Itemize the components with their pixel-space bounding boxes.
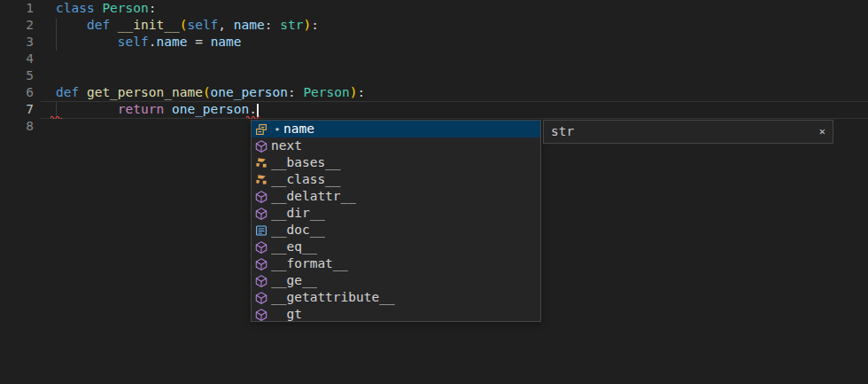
code-token: :	[358, 85, 366, 99]
code-editor: 12345678 class Person: def __init__(self…	[0, 0, 868, 384]
code-token: .	[149, 35, 157, 49]
code-token: name	[211, 35, 242, 49]
suggestion-item[interactable]: __getattribute__	[252, 289, 540, 306]
code-token	[56, 102, 118, 116]
code-token: one_person	[211, 85, 288, 99]
text-icon	[254, 223, 268, 238]
suggestion-label: __class__	[271, 171, 341, 188]
code-line: def get_person_name(one_person: Person):	[56, 84, 365, 101]
code-token: return	[118, 102, 172, 116]
suggestion-item[interactable]: __eq__	[252, 239, 540, 255]
error-squiggle	[246, 114, 260, 119]
method-icon	[254, 190, 268, 204]
suggestion-item[interactable]: __class__	[252, 171, 540, 188]
suggestion-label: __eq__	[271, 239, 317, 255]
code-token: )	[350, 85, 358, 99]
code-token: def	[87, 18, 118, 32]
error-squiggle	[50, 114, 62, 119]
suggestion-item[interactable]: __bases__	[252, 154, 540, 171]
suggestion-label: __delattr__	[271, 188, 356, 205]
code-token: :	[265, 18, 280, 32]
line-number: 3	[0, 34, 34, 51]
code-token	[56, 35, 118, 49]
suggestion-item[interactable]: ★name	[252, 121, 540, 137]
line-number: 1	[0, 0, 34, 17]
suggestion-item[interactable]: __doc__	[252, 222, 540, 239]
line-number: 2	[0, 17, 34, 34]
suggest-docs-panel: str ✕	[543, 120, 833, 144]
method-icon	[254, 139, 268, 153]
line-number: 5	[0, 67, 34, 84]
method-icon	[254, 308, 268, 322]
line-number: 4	[0, 51, 34, 67]
code-token: =	[187, 35, 210, 49]
code-token: self	[187, 18, 218, 32]
code-token: name	[234, 18, 265, 32]
suggestion-item[interactable]: __dir__	[252, 205, 540, 222]
code-token: Person	[102, 1, 148, 15]
code-token: (	[203, 85, 211, 99]
code-token	[56, 18, 87, 32]
line-number: 7	[0, 101, 34, 118]
method-icon	[254, 240, 268, 255]
code-line: def __init__(self, name: str):	[56, 17, 319, 34]
close-icon[interactable]: ✕	[819, 121, 825, 143]
suggestion-label: __getattribute__	[271, 289, 395, 306]
method-icon	[254, 207, 268, 221]
suggestion-label: __bases__	[271, 154, 341, 171]
code-token: def	[56, 85, 87, 99]
suggestion-item[interactable]: __gt__	[252, 306, 540, 322]
code-token: name	[157, 35, 188, 49]
code-token: :	[149, 1, 157, 15]
suggestion-label: __doc__	[271, 222, 325, 239]
code-token: ,	[218, 18, 233, 32]
code-line: class Person:	[56, 0, 157, 17]
method-icon	[254, 257, 268, 271]
line-number: 6	[0, 84, 34, 101]
code-token: str	[280, 18, 303, 32]
suggestion-item[interactable]: __ge__	[252, 272, 540, 289]
suggestion-item[interactable]: __format__	[252, 255, 540, 272]
suggestion-label: __ge__	[271, 272, 317, 289]
variable-icon	[254, 173, 268, 187]
code-line: self.name = name	[56, 34, 242, 51]
code-token: get_person_name	[87, 85, 203, 99]
suggestion-label: name	[283, 121, 314, 137]
suggestion-item[interactable]: __delattr__	[252, 188, 540, 205]
suggestion-label: next	[271, 137, 302, 154]
preselect-star-icon: ★	[271, 121, 283, 137]
docs-type-text: str	[551, 124, 574, 138]
method-icon	[254, 274, 268, 288]
suggest-widget: ★namenext__bases____class____delattr____…	[251, 120, 541, 322]
suggestion-label: __dir__	[271, 205, 325, 222]
code-token: :	[311, 18, 319, 32]
code-token: one_person	[172, 102, 249, 116]
code-token: __init__	[118, 18, 180, 32]
field-icon	[254, 122, 268, 137]
suggestion-item[interactable]: next	[252, 137, 540, 154]
suggestion-label: __gt__	[271, 306, 317, 322]
method-icon	[254, 291, 268, 305]
line-number: 8	[0, 118, 34, 135]
code-token: :	[288, 85, 303, 99]
code-token: class	[56, 1, 102, 15]
code-token: )	[303, 18, 311, 32]
suggestion-label: __format__	[271, 255, 348, 272]
code-line: return one_person.	[56, 101, 257, 118]
variable-icon	[254, 156, 268, 170]
code-token: self	[118, 35, 149, 49]
code-token: Person	[303, 85, 349, 99]
